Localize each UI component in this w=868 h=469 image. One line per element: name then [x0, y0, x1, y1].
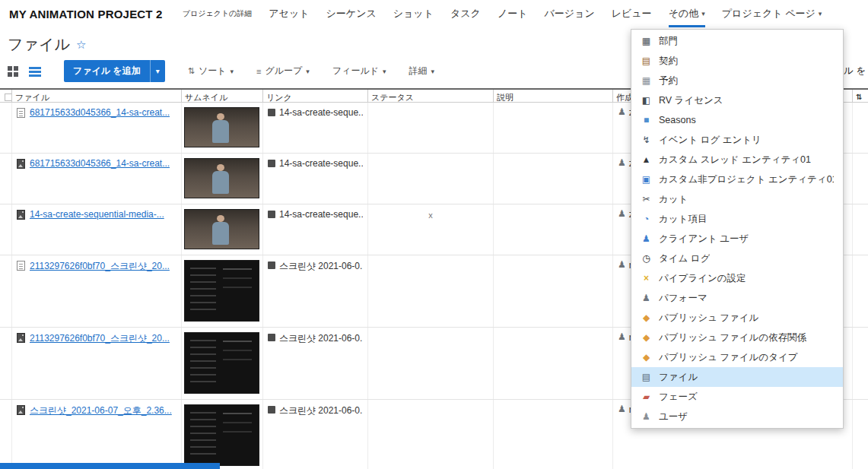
- nav-item-6[interactable]: バージョン: [544, 0, 594, 27]
- thumbnail-image[interactable]: [184, 332, 259, 394]
- column-header-4[interactable]: 説明: [493, 90, 612, 102]
- checkbox-icon: [5, 93, 11, 101]
- grid-view-icon[interactable]: [8, 66, 18, 77]
- nav-item-label: バージョン: [544, 7, 594, 21]
- menu-item-label: パブリッシュ ファイルの依存関係: [659, 331, 806, 344]
- nav-item-3[interactable]: ショット: [393, 0, 434, 27]
- file-name-link[interactable]: 스크린샷_2021-06-07_오후_2.36...: [30, 404, 172, 417]
- thumbnail-cell: [181, 103, 262, 153]
- file-cell: 2113297626f0bf70_스크린샷_20...: [11, 255, 181, 327]
- row-checkbox[interactable]: [0, 204, 11, 255]
- nav-item-4[interactable]: タスク: [450, 0, 481, 27]
- nav-item-label: その他: [669, 7, 699, 21]
- group-button[interactable]: ≡ グループ ▾: [256, 65, 310, 78]
- menu-item-user[interactable]: ♟ユーザ: [631, 407, 843, 426]
- sort-button[interactable]: ⇅ ソート ▾: [188, 65, 234, 78]
- file-name-link[interactable]: 2113297626f0bf70_스크린샷_20...: [30, 332, 170, 345]
- menu-item-client-user[interactable]: ♟クライアント ユーザ: [631, 229, 843, 249]
- file-name-link[interactable]: 681715633d045366_14-sa-creat...: [30, 158, 170, 169]
- nav-item-8[interactable]: その他▾: [669, 0, 705, 27]
- thumbnail-image[interactable]: [184, 158, 259, 198]
- menu-item-rv-license[interactable]: ◧RV ライセンス: [631, 90, 843, 110]
- select-all-checkbox[interactable]: [0, 90, 11, 102]
- thumbnail-image[interactable]: [184, 209, 259, 249]
- event-log-icon: ↯: [641, 135, 652, 144]
- menu-item-time-log[interactable]: ◷タイム ログ: [631, 249, 843, 268]
- person-icon: ♟: [618, 404, 626, 414]
- status-cell: [367, 154, 493, 204]
- description-cell: [493, 400, 612, 469]
- rv-license-icon: ◧: [641, 96, 652, 105]
- add-file-label: ファイル を追加: [64, 60, 150, 82]
- menu-item-published-file[interactable]: ◆パブリッシュ ファイル: [631, 308, 843, 328]
- nav-item-2[interactable]: シーケンス: [326, 0, 377, 27]
- file-name-link[interactable]: 2113297626f0bf70_스크린샷_20...: [30, 260, 170, 273]
- favorite-star-icon[interactable]: ☆: [76, 38, 86, 52]
- menu-item-contract[interactable]: ▤契約: [631, 51, 843, 71]
- column-header-2[interactable]: リンク: [262, 90, 367, 102]
- menu-item-file[interactable]: ▤ファイル: [631, 367, 843, 387]
- chevron-down-icon: ▾: [383, 68, 386, 75]
- nav-item-1[interactable]: アセット: [269, 0, 309, 27]
- link-text[interactable]: 14-sa-create-seque...: [279, 158, 363, 169]
- row-checkbox[interactable]: [0, 400, 11, 469]
- file-name-link[interactable]: 14-sa-create-sequential-media-...: [30, 209, 164, 220]
- column-settings-button[interactable]: ⇅: [852, 90, 868, 102]
- menu-item-cut[interactable]: ✂カット: [631, 189, 843, 209]
- thumbnail-cell: [181, 255, 262, 327]
- menu-item-booking[interactable]: ▦予約: [631, 71, 843, 90]
- chevron-down-icon: ▾: [231, 68, 234, 75]
- thumbnail-image[interactable]: [184, 404, 259, 466]
- row-checkbox[interactable]: [0, 154, 11, 204]
- menu-item-department[interactable]: ▦部門: [631, 31, 843, 51]
- list-view-icon[interactable]: [29, 66, 41, 77]
- column-header-0[interactable]: ファイル: [11, 90, 181, 102]
- nav-item-9[interactable]: プロジェクト ページ▾: [722, 0, 822, 27]
- menu-item-performer[interactable]: ♟パフォーマ: [631, 288, 843, 308]
- add-file-button[interactable]: ファイル を追加 ▾: [64, 60, 165, 82]
- nav-item-7[interactable]: レビュー: [612, 0, 652, 27]
- nav-item-label: ショット: [393, 7, 434, 21]
- menu-item-event-log[interactable]: ↯イベント ログ エントリ: [631, 130, 843, 150]
- fields-button[interactable]: フィールド ▾: [332, 65, 386, 78]
- link-text[interactable]: 스크린샷 2021-06-0...: [279, 332, 363, 345]
- row-checkbox[interactable]: [0, 103, 11, 153]
- published-file-dependency-icon: ◆: [641, 333, 652, 342]
- menu-item-label: フェーズ: [659, 391, 698, 404]
- thumbnail-image[interactable]: [184, 260, 259, 322]
- column-header-3[interactable]: ステータス: [367, 90, 493, 102]
- thumbnail-cell: [181, 204, 262, 255]
- entity-icon: [268, 211, 275, 218]
- menu-item-label: Seasons: [659, 115, 696, 125]
- far-cell: [852, 255, 868, 327]
- bottom-blue-bar: [0, 463, 220, 469]
- nav-item-5[interactable]: ノート: [498, 0, 528, 27]
- menu-item-phase[interactable]: ▰フェーズ: [631, 387, 843, 407]
- sort-icon: ⇅: [188, 66, 195, 76]
- entity-menu: ▦部門▤契約▦予約◧RV ライセンス■Seasons↯イベント ログ エントリ▲…: [631, 29, 844, 429]
- menu-item-cut-item[interactable]: ◔カット項目: [631, 209, 843, 229]
- nav-item-0[interactable]: プロジェクトの詳細: [183, 0, 253, 27]
- project-title: MY ANIMATION PROJECT 2: [9, 8, 163, 21]
- link-text[interactable]: 14-sa-create-seque...: [279, 107, 363, 118]
- chevron-down-icon: ▾: [701, 10, 705, 17]
- details-button[interactable]: 詳細 ▾: [409, 65, 435, 78]
- file-name-link[interactable]: 681715633d045366_14-sa-creat...: [30, 107, 170, 118]
- row-checkbox[interactable]: [0, 328, 11, 399]
- menu-item-published-file-dependency[interactable]: ◆パブリッシュ ファイルの依存関係: [631, 328, 843, 347]
- nav-item-label: ノート: [498, 7, 528, 21]
- menu-item-custom-nonproject-entity[interactable]: ▣カスタム非プロジェクト エンティティ01: [631, 170, 843, 189]
- menu-item-custom-entity[interactable]: ▲カスタム スレッド エンティティ01: [631, 150, 843, 170]
- link-text[interactable]: 스크린샷 2021-06-0...: [279, 260, 363, 273]
- thumbnail-image[interactable]: [184, 107, 259, 147]
- menu-item-published-file-type[interactable]: ◆パブリッシュ ファイルのタイプ: [631, 347, 843, 367]
- link-text[interactable]: 스크린샷 2021-06-0...: [279, 404, 363, 417]
- link-cell: 14-sa-create-seque...: [262, 204, 367, 255]
- menu-item-pipeline-config[interactable]: ×パイプラインの設定: [631, 268, 843, 288]
- add-file-chevron-down-icon[interactable]: ▾: [150, 60, 165, 82]
- row-checkbox[interactable]: [0, 255, 11, 327]
- menu-item-seasons[interactable]: ■Seasons: [631, 110, 843, 130]
- link-text[interactable]: 14-sa-create-seque...: [279, 209, 363, 220]
- column-header-1[interactable]: サムネイル: [181, 90, 262, 102]
- sort-columns-icon: ⇅: [856, 93, 862, 101]
